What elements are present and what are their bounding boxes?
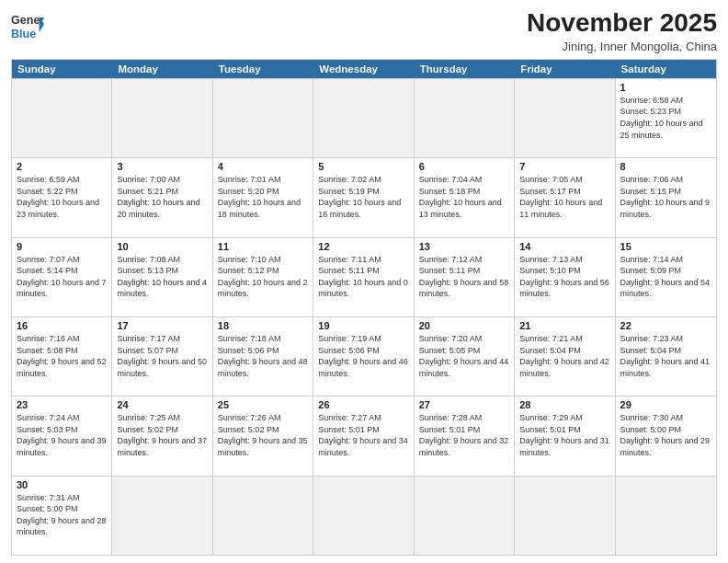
day-info: Sunrise: 7:02 AM Sunset: 5:19 PM Dayligh… <box>318 174 408 220</box>
month-title: November 2025 <box>527 9 717 38</box>
day-number: 8 <box>620 161 711 172</box>
calendar-cell: 19Sunrise: 7:19 AM Sunset: 5:06 PM Dayli… <box>313 317 414 396</box>
day-info: Sunrise: 7:30 AM Sunset: 5:00 PM Dayligh… <box>620 412 711 458</box>
calendar-row-2: 9Sunrise: 7:07 AM Sunset: 5:14 PM Daylig… <box>12 237 716 316</box>
day-number: 21 <box>519 320 609 331</box>
day-info: Sunrise: 7:14 AM Sunset: 5:09 PM Dayligh… <box>620 254 711 300</box>
header-day-friday: Friday <box>515 60 615 78</box>
day-number: 1 <box>620 82 711 93</box>
logo: General Blue <box>11 9 44 42</box>
day-number: 10 <box>117 241 207 252</box>
calendar-cell: 11Sunrise: 7:10 AM Sunset: 5:12 PM Dayli… <box>213 238 313 316</box>
location: Jining, Inner Mongolia, China <box>527 40 717 53</box>
day-info: Sunrise: 7:04 AM Sunset: 5:18 PM Dayligh… <box>419 174 509 220</box>
calendar-cell <box>515 79 615 157</box>
day-info: Sunrise: 7:13 AM Sunset: 5:10 PM Dayligh… <box>519 254 609 300</box>
day-info: Sunrise: 7:20 AM Sunset: 5:05 PM Dayligh… <box>419 333 509 379</box>
day-info: Sunrise: 7:17 AM Sunset: 5:07 PM Dayligh… <box>117 333 207 379</box>
day-number: 3 <box>117 161 207 172</box>
day-number: 20 <box>419 320 509 331</box>
day-number: 6 <box>419 161 509 172</box>
calendar-cell: 23Sunrise: 7:24 AM Sunset: 5:03 PM Dayli… <box>12 396 112 475</box>
calendar-row-5: 30Sunrise: 7:31 AM Sunset: 5:00 PM Dayli… <box>12 476 716 555</box>
day-info: Sunrise: 7:12 AM Sunset: 5:11 PM Dayligh… <box>419 254 509 300</box>
header-day-sunday: Sunday <box>12 60 112 78</box>
day-number: 27 <box>419 399 509 410</box>
day-number: 12 <box>318 241 408 252</box>
calendar-cell <box>213 79 313 157</box>
day-number: 23 <box>17 399 107 410</box>
day-info: Sunrise: 7:21 AM Sunset: 5:04 PM Dayligh… <box>519 333 609 379</box>
svg-text:Blue: Blue <box>11 28 36 40</box>
day-info: Sunrise: 7:18 AM Sunset: 5:06 PM Dayligh… <box>218 333 308 379</box>
day-info: Sunrise: 7:07 AM Sunset: 5:14 PM Dayligh… <box>17 254 107 300</box>
day-number: 9 <box>17 241 107 252</box>
day-info: Sunrise: 7:23 AM Sunset: 5:04 PM Dayligh… <box>620 333 711 379</box>
day-number: 13 <box>419 241 509 252</box>
day-number: 7 <box>519 161 609 172</box>
day-number: 5 <box>318 161 408 172</box>
calendar-cell: 9Sunrise: 7:07 AM Sunset: 5:14 PM Daylig… <box>12 238 112 316</box>
day-number: 11 <box>218 241 308 252</box>
calendar-cell: 21Sunrise: 7:21 AM Sunset: 5:04 PM Dayli… <box>515 317 615 396</box>
day-info: Sunrise: 6:59 AM Sunset: 5:22 PM Dayligh… <box>17 174 107 220</box>
calendar-cell: 20Sunrise: 7:20 AM Sunset: 5:05 PM Dayli… <box>415 317 515 396</box>
day-info: Sunrise: 6:58 AM Sunset: 5:23 PM Dayligh… <box>620 95 711 141</box>
calendar-cell: 24Sunrise: 7:25 AM Sunset: 5:02 PM Dayli… <box>112 396 212 475</box>
day-number: 14 <box>519 241 609 252</box>
day-info: Sunrise: 7:26 AM Sunset: 5:02 PM Dayligh… <box>218 412 308 458</box>
calendar-cell: 6Sunrise: 7:04 AM Sunset: 5:18 PM Daylig… <box>415 158 515 236</box>
calendar-cell <box>12 79 112 157</box>
calendar-cell <box>213 477 313 555</box>
day-info: Sunrise: 7:16 AM Sunset: 5:08 PM Dayligh… <box>17 333 107 379</box>
header-day-tuesday: Tuesday <box>213 60 313 78</box>
day-info: Sunrise: 7:00 AM Sunset: 5:21 PM Dayligh… <box>117 174 207 220</box>
day-info: Sunrise: 7:28 AM Sunset: 5:01 PM Dayligh… <box>419 412 509 458</box>
day-info: Sunrise: 7:08 AM Sunset: 5:13 PM Dayligh… <box>117 254 207 300</box>
day-number: 22 <box>620 320 711 331</box>
calendar-cell <box>112 477 212 555</box>
calendar-cell: 3Sunrise: 7:00 AM Sunset: 5:21 PM Daylig… <box>112 158 212 236</box>
calendar-row-1: 2Sunrise: 6:59 AM Sunset: 5:22 PM Daylig… <box>12 157 716 236</box>
calendar-cell <box>112 79 212 157</box>
day-number: 2 <box>17 161 107 172</box>
calendar-cell: 15Sunrise: 7:14 AM Sunset: 5:09 PM Dayli… <box>616 238 716 316</box>
calendar-cell <box>313 79 414 157</box>
header-day-monday: Monday <box>112 60 212 78</box>
calendar-row-0: 1Sunrise: 6:58 AM Sunset: 5:23 PM Daylig… <box>12 78 716 157</box>
day-info: Sunrise: 7:31 AM Sunset: 5:00 PM Dayligh… <box>17 492 107 538</box>
calendar-cell: 22Sunrise: 7:23 AM Sunset: 5:04 PM Dayli… <box>616 317 716 396</box>
calendar-cell: 8Sunrise: 7:06 AM Sunset: 5:15 PM Daylig… <box>616 158 716 236</box>
calendar-cell <box>515 477 615 555</box>
day-info: Sunrise: 7:05 AM Sunset: 5:17 PM Dayligh… <box>519 174 609 220</box>
calendar-cell: 26Sunrise: 7:27 AM Sunset: 5:01 PM Dayli… <box>313 396 414 475</box>
calendar-cell: 28Sunrise: 7:29 AM Sunset: 5:01 PM Dayli… <box>515 396 615 475</box>
day-number: 26 <box>318 399 408 410</box>
calendar-cell: 4Sunrise: 7:01 AM Sunset: 5:20 PM Daylig… <box>213 158 313 236</box>
calendar-cell: 30Sunrise: 7:31 AM Sunset: 5:00 PM Dayli… <box>12 477 112 555</box>
day-info: Sunrise: 7:11 AM Sunset: 5:11 PM Dayligh… <box>318 254 408 300</box>
calendar-cell <box>415 79 515 157</box>
logo-icon: General Blue <box>11 9 44 42</box>
day-info: Sunrise: 7:29 AM Sunset: 5:01 PM Dayligh… <box>519 412 609 458</box>
page: General Blue November 2025 Jining, Inner… <box>0 0 728 563</box>
calendar-header: SundayMondayTuesdayWednesdayThursdayFrid… <box>12 60 716 78</box>
calendar-cell: 14Sunrise: 7:13 AM Sunset: 5:10 PM Dayli… <box>515 238 615 316</box>
calendar-body: 1Sunrise: 6:58 AM Sunset: 5:23 PM Daylig… <box>12 78 716 555</box>
day-info: Sunrise: 7:01 AM Sunset: 5:20 PM Dayligh… <box>218 174 308 220</box>
day-number: 24 <box>117 399 207 410</box>
day-number: 28 <box>519 399 609 410</box>
day-info: Sunrise: 7:27 AM Sunset: 5:01 PM Dayligh… <box>318 412 408 458</box>
calendar-cell: 10Sunrise: 7:08 AM Sunset: 5:13 PM Dayli… <box>112 238 212 316</box>
calendar-row-3: 16Sunrise: 7:16 AM Sunset: 5:08 PM Dayli… <box>12 316 716 396</box>
calendar-cell: 12Sunrise: 7:11 AM Sunset: 5:11 PM Dayli… <box>313 238 414 316</box>
day-info: Sunrise: 7:10 AM Sunset: 5:12 PM Dayligh… <box>218 254 308 300</box>
day-number: 30 <box>17 479 107 490</box>
calendar-cell: 2Sunrise: 6:59 AM Sunset: 5:22 PM Daylig… <box>12 158 112 236</box>
header-day-thursday: Thursday <box>415 60 515 78</box>
day-number: 4 <box>218 161 308 172</box>
day-number: 18 <box>218 320 308 331</box>
day-number: 25 <box>218 399 308 410</box>
calendar-cell <box>415 477 515 555</box>
calendar-cell: 17Sunrise: 7:17 AM Sunset: 5:07 PM Dayli… <box>112 317 212 396</box>
